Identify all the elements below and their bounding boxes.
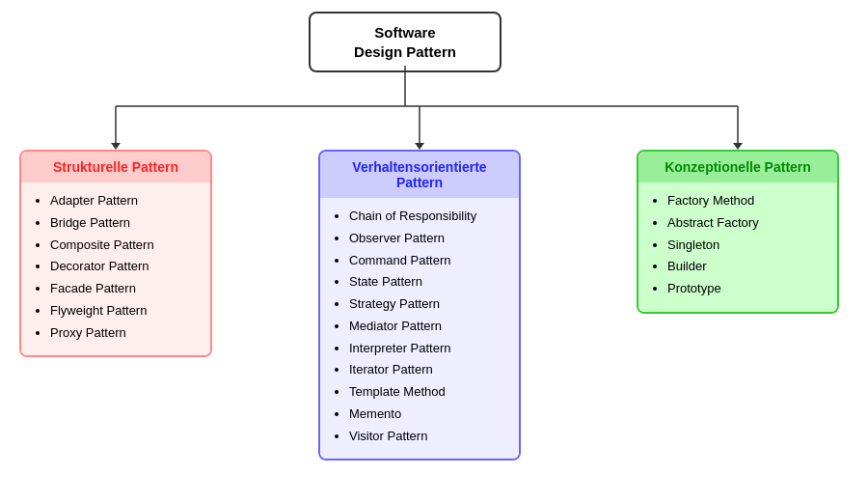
list-item: Mediator Pattern	[349, 316, 507, 338]
svg-marker-7	[733, 143, 743, 150]
behavioral-title: VerhaltensorientiertePattern	[320, 152, 519, 198]
list-item: Decorator Pattern	[50, 256, 199, 278]
list-item: Proxy Pattern	[50, 322, 199, 345]
structural-box: Strukturelle Pattern Adapter Pattern Bri…	[19, 150, 212, 357]
structural-title: Strukturelle Pattern	[21, 152, 210, 182]
list-item: Observer Pattern	[349, 228, 507, 250]
creational-box: Konzeptionelle Pattern Factory Method Ab…	[637, 150, 839, 314]
list-item: Singleton	[667, 235, 826, 257]
list-item: Iterator Pattern	[349, 359, 507, 381]
list-item: Composite Pattern	[50, 235, 199, 257]
list-item: Prototype	[667, 278, 826, 300]
structural-items: Adapter Pattern Bridge Pattern Composite…	[21, 182, 210, 355]
list-item: Adapter Pattern	[50, 190, 199, 212]
list-item: Builder	[667, 256, 826, 278]
list-item: State Pattern	[349, 271, 507, 293]
list-item: Strategy Pattern	[349, 293, 507, 316]
list-item: Interpreter Pattern	[349, 338, 507, 360]
list-item: Memento	[349, 404, 507, 426]
creational-items: Factory Method Abstract Factory Singleto…	[638, 182, 837, 312]
list-item: Template Method	[349, 381, 507, 404]
list-item: Command Pattern	[349, 250, 507, 272]
list-item: Facade Pattern	[50, 278, 199, 300]
behavioral-box: VerhaltensorientiertePattern Chain of Re…	[318, 150, 521, 460]
list-item: Factory Method	[667, 190, 826, 212]
list-item: Abstract Factory	[667, 212, 826, 235]
list-item: Chain of Responsibility	[349, 206, 507, 228]
svg-marker-5	[415, 143, 424, 150]
list-item: Bridge Pattern	[50, 212, 199, 235]
root-node: SoftwareDesign Pattern	[309, 12, 502, 72]
svg-marker-3	[111, 143, 121, 150]
root-label: SoftwareDesign Pattern	[354, 24, 456, 60]
behavioral-items: Chain of Responsibility Observer Pattern…	[320, 198, 519, 459]
list-item: Visitor Pattern	[349, 426, 507, 448]
list-item: Flyweight Pattern	[50, 300, 199, 322]
diagram-container: SoftwareDesign Pattern Strukturelle Patt…	[0, 0, 868, 502]
creational-title: Konzeptionelle Pattern	[638, 152, 837, 182]
